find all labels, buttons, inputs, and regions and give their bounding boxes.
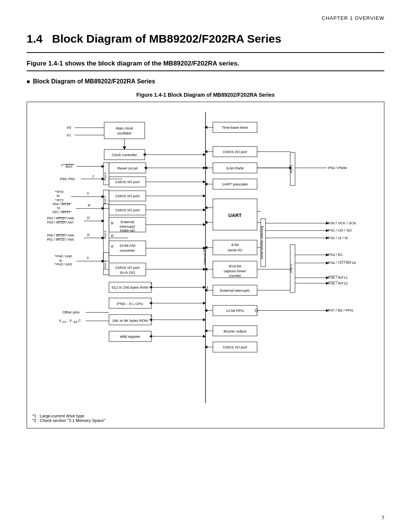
svg-text:Port 4: Port 4 [104,260,107,268]
svg-text:P36 / INT12: P36 / INT12 [328,281,348,285]
svg-marker-155 [204,166,207,169]
svg-text:Time-base timer: Time-base timer [222,125,249,129]
svg-text:3: 3 [87,192,89,195]
svg-text:RST: RST [65,165,73,169]
svg-text:Port 3: Port 3 [290,264,293,273]
svg-text:P30 / UCK / SCK: P30 / UCK / SCK [328,221,356,225]
svg-text:8/16-bit: 8/16-bit [229,264,241,268]
svg-text:, V: , V [67,318,72,323]
svg-text:4/: 4/ [88,203,91,207]
svg-text:to: to [57,206,60,210]
svg-marker-119 [149,286,152,289]
svg-text:oscillator: oscillator [117,131,132,135]
svg-text:capture timer/: capture timer/ [224,269,246,273]
section-title: 1.4 Block Diagram of MB89202/F202RA Seri… [27,32,384,45]
svg-text:16K or 8K bytes ROM: 16K or 8K bytes ROM [112,318,148,323]
svg-text:2/: 2/ [87,233,90,237]
svg-text:Serial function switching: Serial function switching [260,226,264,260]
figure-title: Figure 1.4-1 Block Diagram of MB89202/F2… [27,92,384,98]
svg-text:P00 / INT20 / AN4,: P00 / INT20 / AN4, [47,233,75,237]
svg-text:3: 3 [206,286,208,289]
svg-marker-222 [204,345,207,348]
svg-marker-143 [149,335,152,338]
svg-text:interrupt2: interrupt2 [119,224,135,228]
svg-text:converter: converter [120,248,135,252]
svg-text:P07 / INT27: P07 / INT27 [53,210,70,214]
svg-text:Buzzer output: Buzzer output [224,329,247,333]
svg-text:Main clock: Main clock [116,126,133,130]
svg-text:*¹P72: *¹P72 [55,198,64,202]
diagram-container: Internal bus Serial function switching P… [27,102,384,428]
svg-text:P37 / BZ / PPG: P37 / BZ / PPG [328,308,353,312]
block-diagram-svg: Internal bus Serial function switching P… [32,108,379,411]
svg-text:8-bit PWM: 8-bit PWM [226,166,244,170]
svg-text:P02 / INT22 / AN6,: P02 / INT22 / AN6, [47,216,75,220]
svg-marker-22 [143,153,146,156]
svg-text:V: V [59,318,62,323]
svg-text:X0: X0 [67,125,71,129]
svg-marker-167 [204,206,207,209]
footnote-1: *1 : Large-current drive type [32,414,379,418]
svg-rect-13 [104,122,145,139]
svg-text:P31 / UO / SO: P31 / UO / SO [328,228,352,232]
svg-text:*²: *² [150,282,153,286]
svg-text:8-bit: 8-bit [231,243,239,247]
svg-text:Reset circuit: Reset circuit [117,166,138,170]
svg-text:UART: UART [228,213,242,218]
svg-text:to: to [59,259,62,262]
svg-text:Clock controller: Clock controller [112,153,137,157]
svg-text:512 or 256  bytes RAM: 512 or 256 bytes RAM [112,285,148,289]
svg-marker-65 [102,207,105,210]
svg-text:Port 0: Port 0 [104,231,107,239]
svg-marker-189 [204,268,207,271]
svg-marker-211 [204,309,207,312]
svg-text:4/: 4/ [111,244,114,248]
svg-text:4: 4 [87,256,89,260]
svg-marker-124 [149,302,152,305]
svg-text:*¹P40 / AN0: *¹P40 / AN0 [54,254,72,258]
svg-marker-30 [102,165,105,168]
svg-text:CMOS I/O port: CMOS I/O port [223,345,247,349]
svg-text:12-bit PPG: 12-bit PPG [226,308,244,313]
svg-text:CMOS I/O port: CMOS I/O port [223,150,247,154]
svg-text:2: 2 [92,174,94,178]
svg-marker-169 [204,221,207,224]
svg-marker-163 [204,183,207,186]
svg-text:P35 / INT11: P35 / INT11 [328,275,348,280]
svg-text:P50 / PWM: P50 / PWM [328,166,347,170]
svg-text:counter: counter [229,273,241,278]
footnotes: *1 : Large-current drive type *2 : Check… [32,414,379,423]
svg-marker-76 [102,219,105,222]
svg-text:CMOS I/O port: CMOS I/O port [115,265,140,270]
svg-text:P33 / EC: P33 / EC [328,252,343,257]
svg-marker-218 [204,329,207,332]
svg-text:X1: X1 [67,133,71,137]
svg-text:CMOS I/O port: CMOS I/O port [115,194,140,198]
chapter-header: CHAPTER 1 OVERVIEW [27,15,384,21]
page-number: 7 [382,515,384,521]
svg-text:*²: *² [150,315,153,318]
svg-text:serial I/O: serial I/O [228,248,242,252]
svg-text:*¹P43 / AN3: *¹P43 / AN3 [54,262,72,266]
svg-text:2/: 2/ [87,216,90,220]
section-subtitle: Figure 1.4-1 shows the block diagram of … [27,60,384,71]
svg-text:P03 / INT23 / AN7: P03 / INT23 / AN7 [47,220,74,224]
svg-marker-151 [204,150,207,153]
svg-text:P04 / INT24: P04 / INT24 [53,202,70,206]
svg-text:10-bit A/D: 10-bit A/D [119,243,135,248]
svg-marker-147 [204,126,207,129]
svg-text:8/: 8/ [111,221,114,225]
svg-text:to: to [57,194,59,198]
svg-text:(N-ch OD): (N-ch OD) [120,271,135,275]
footnote-2: *2 : Check section "3.1 Memory Space" [32,418,379,423]
svg-text:(wake-up): (wake-up) [120,228,135,232]
svg-text:CC: CC [62,320,67,324]
svg-text:CMOS I/O port: CMOS I/O port [115,180,140,184]
svg-text:, C: , C [76,318,81,323]
svg-text:Other pins: Other pins [62,310,80,314]
svg-text:P60, P61: P60, P61 [60,177,75,181]
svg-text:*¹P70: *¹P70 [55,190,64,194]
svg-text:P34 / TO / INT10: P34 / TO / INT10 [328,260,356,265]
svg-text:External interrupt1: External interrupt1 [220,288,250,292]
svg-marker-17 [123,147,126,150]
